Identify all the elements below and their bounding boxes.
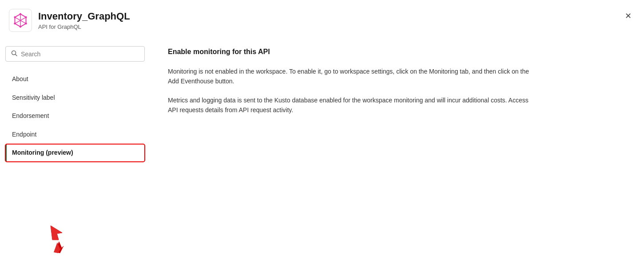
app-icon bbox=[9, 9, 32, 32]
search-input[interactable] bbox=[21, 51, 139, 58]
sidebar-item-monitoring-preview[interactable]: Monitoring (preview) bbox=[5, 144, 145, 162]
content-paragraph-1: Monitoring is not enabled in the workspa… bbox=[168, 66, 532, 86]
dialog-title: Inventory_GraphQL bbox=[38, 11, 130, 22]
search-box[interactable] bbox=[5, 46, 145, 62]
svg-line-11 bbox=[16, 55, 17, 56]
main-content: Enable monitoring for this API Monitorin… bbox=[150, 39, 644, 262]
header-title-group: Inventory_GraphQL API for GraphQL bbox=[38, 11, 130, 30]
dialog-subtitle: API for GraphQL bbox=[38, 23, 130, 30]
content-title: Enable monitoring for this API bbox=[168, 48, 626, 56]
svg-marker-13 bbox=[54, 242, 62, 253]
close-button[interactable]: ✕ bbox=[621, 9, 635, 23]
dialog-header: Inventory_GraphQL API for GraphQL ✕ bbox=[0, 0, 644, 39]
sidebar-item-endpoint[interactable]: Endpoint bbox=[5, 126, 145, 144]
sidebar: About Sensitivity label Endorsement Endp… bbox=[0, 39, 150, 262]
dialog-body: About Sensitivity label Endorsement Endp… bbox=[0, 39, 644, 262]
sidebar-item-about[interactable]: About bbox=[5, 70, 145, 88]
search-icon bbox=[11, 50, 17, 58]
svg-marker-14 bbox=[54, 242, 62, 253]
svg-marker-12 bbox=[55, 242, 64, 253]
sidebar-item-sensitivity-label[interactable]: Sensitivity label bbox=[5, 89, 145, 107]
content-paragraph-2: Metrics and logging data is sent to the … bbox=[168, 95, 532, 115]
sidebar-item-endorsement[interactable]: Endorsement bbox=[5, 107, 145, 125]
settings-dialog: Inventory_GraphQL API for GraphQL ✕ Abou… bbox=[0, 0, 644, 262]
